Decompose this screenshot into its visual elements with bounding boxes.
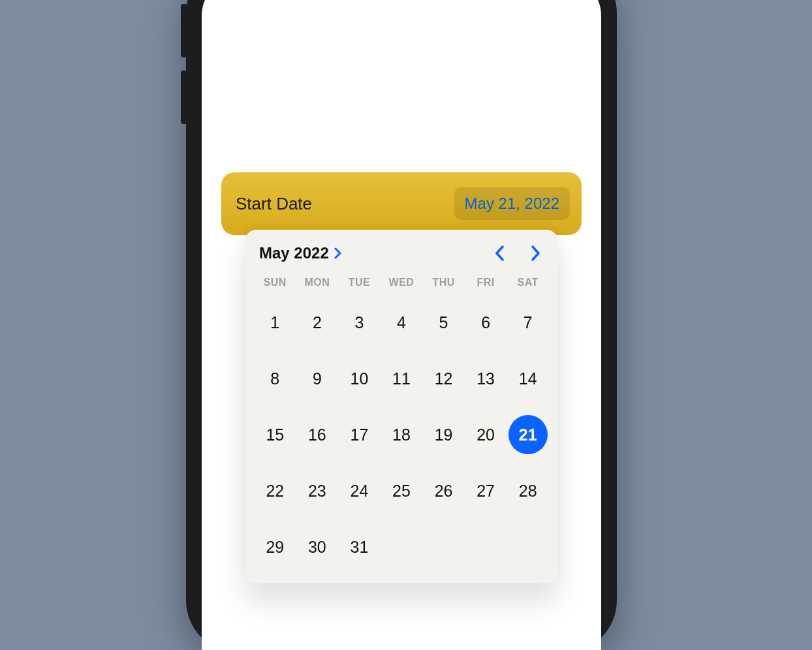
day-cell bbox=[465, 527, 507, 566]
day-cell[interactable]: 19 bbox=[422, 415, 465, 454]
day-number: 13 bbox=[466, 359, 505, 398]
day-cell[interactable]: 1 bbox=[254, 303, 296, 342]
weekday-row: SUN MON TUE WED THU FRI SAT bbox=[251, 277, 552, 288]
phone-frame: Start Date May 21, 2022 May 2022 bbox=[186, 0, 617, 650]
day-number: 7 bbox=[508, 303, 548, 342]
weekday-label: THU bbox=[422, 277, 465, 288]
weekday-label: MON bbox=[296, 277, 339, 288]
day-number: 25 bbox=[382, 471, 421, 510]
start-date-value: May 21, 2022 bbox=[465, 194, 559, 212]
weekday-label: SUN bbox=[254, 277, 296, 288]
day-number: 23 bbox=[298, 471, 337, 510]
calendar-nav bbox=[494, 245, 544, 262]
calendar-popover: May 2022 bbox=[245, 230, 558, 583]
day-cell[interactable]: 30 bbox=[296, 527, 339, 566]
day-number: 3 bbox=[339, 303, 379, 342]
day-number: 18 bbox=[382, 415, 421, 454]
day-number: 6 bbox=[466, 303, 505, 342]
day-cell[interactable]: 24 bbox=[338, 471, 381, 510]
day-cell[interactable]: 22 bbox=[254, 471, 296, 510]
volume-up-button[interactable] bbox=[181, 4, 187, 57]
day-number: 19 bbox=[424, 415, 463, 454]
month-picker-button[interactable]: May 2022 bbox=[259, 244, 341, 262]
day-number: 27 bbox=[466, 471, 505, 510]
day-cell[interactable]: 9 bbox=[296, 359, 339, 398]
day-number: 22 bbox=[255, 471, 294, 510]
weekday-label: SAT bbox=[507, 277, 549, 288]
day-cell[interactable]: 12 bbox=[422, 359, 465, 398]
month-year-label: May 2022 bbox=[259, 244, 329, 262]
day-number: 28 bbox=[508, 471, 548, 510]
start-date-value-chip[interactable]: May 21, 2022 bbox=[454, 187, 570, 220]
day-cell[interactable]: 2 bbox=[296, 303, 339, 342]
day-number bbox=[508, 527, 548, 566]
day-number bbox=[382, 527, 421, 566]
day-number: 8 bbox=[255, 359, 294, 398]
weekday-label: WED bbox=[381, 277, 423, 288]
day-cell bbox=[422, 527, 465, 566]
day-cell[interactable]: 27 bbox=[465, 471, 507, 510]
stage: Start Date May 21, 2022 May 2022 bbox=[0, 0, 812, 650]
day-cell[interactable]: 5 bbox=[422, 303, 465, 342]
day-number bbox=[466, 527, 505, 566]
day-cell[interactable]: 6 bbox=[465, 303, 507, 342]
weekday-label: FRI bbox=[465, 277, 507, 288]
day-number: 16 bbox=[298, 415, 337, 454]
day-cell[interactable]: 18 bbox=[381, 415, 423, 454]
day-cell[interactable]: 8 bbox=[254, 359, 296, 398]
day-number: 20 bbox=[466, 415, 505, 454]
day-cell[interactable]: 7 bbox=[507, 303, 549, 342]
day-cell[interactable]: 28 bbox=[507, 471, 549, 510]
day-number: 12 bbox=[424, 359, 463, 398]
day-number: 9 bbox=[298, 359, 337, 398]
start-date-label: Start Date bbox=[236, 194, 312, 214]
day-cell[interactable]: 15 bbox=[254, 415, 296, 454]
day-number: 15 bbox=[255, 415, 294, 454]
day-cell[interactable]: 29 bbox=[254, 527, 296, 566]
day-cell[interactable]: 13 bbox=[465, 359, 507, 398]
day-cell[interactable]: 14 bbox=[507, 359, 549, 398]
day-number: 30 bbox=[298, 527, 337, 566]
day-cell[interactable]: 4 bbox=[381, 303, 423, 342]
day-cell[interactable]: 3 bbox=[338, 303, 381, 342]
day-number: 31 bbox=[339, 527, 379, 566]
next-month-button[interactable] bbox=[531, 245, 541, 262]
day-number: 14 bbox=[508, 359, 548, 398]
chevron-left-icon bbox=[494, 245, 505, 262]
day-number: 10 bbox=[339, 359, 379, 398]
day-number: 24 bbox=[339, 471, 379, 510]
day-cell[interactable]: 26 bbox=[422, 471, 465, 510]
day-number: 17 bbox=[339, 415, 379, 454]
day-number: 29 bbox=[255, 527, 294, 566]
day-cell[interactable]: 20 bbox=[465, 415, 507, 454]
day-number: 1 bbox=[255, 303, 294, 342]
day-cell[interactable]: 16 bbox=[296, 415, 339, 454]
day-number: 4 bbox=[382, 303, 421, 342]
day-number bbox=[424, 527, 463, 566]
day-number: 11 bbox=[382, 359, 421, 398]
day-number: 26 bbox=[424, 471, 463, 510]
day-number: 2 bbox=[298, 303, 337, 342]
day-cell[interactable]: 17 bbox=[338, 415, 381, 454]
weekday-label: TUE bbox=[338, 277, 381, 288]
prev-month-button[interactable] bbox=[494, 245, 505, 262]
day-cell[interactable]: 10 bbox=[338, 359, 381, 398]
days-grid: 1234567891011121314151617181920212223242… bbox=[251, 303, 552, 566]
start-date-row: Start Date May 21, 2022 bbox=[221, 172, 582, 235]
day-cell bbox=[507, 527, 549, 566]
chevron-right-icon bbox=[334, 247, 341, 259]
day-cell bbox=[381, 527, 423, 566]
day-cell[interactable]: 11 bbox=[381, 359, 423, 398]
chevron-right-icon bbox=[531, 245, 541, 262]
volume-down-button[interactable] bbox=[181, 70, 187, 124]
day-cell[interactable]: 31 bbox=[338, 527, 381, 566]
day-number: 5 bbox=[424, 303, 463, 342]
day-cell[interactable]: 23 bbox=[296, 471, 339, 510]
phone-screen: Start Date May 21, 2022 May 2022 bbox=[202, 0, 601, 650]
day-number: 21 bbox=[508, 415, 548, 454]
day-cell[interactable]: 25 bbox=[381, 471, 423, 510]
calendar-header: May 2022 bbox=[251, 241, 552, 266]
day-cell[interactable]: 21 bbox=[507, 415, 549, 454]
